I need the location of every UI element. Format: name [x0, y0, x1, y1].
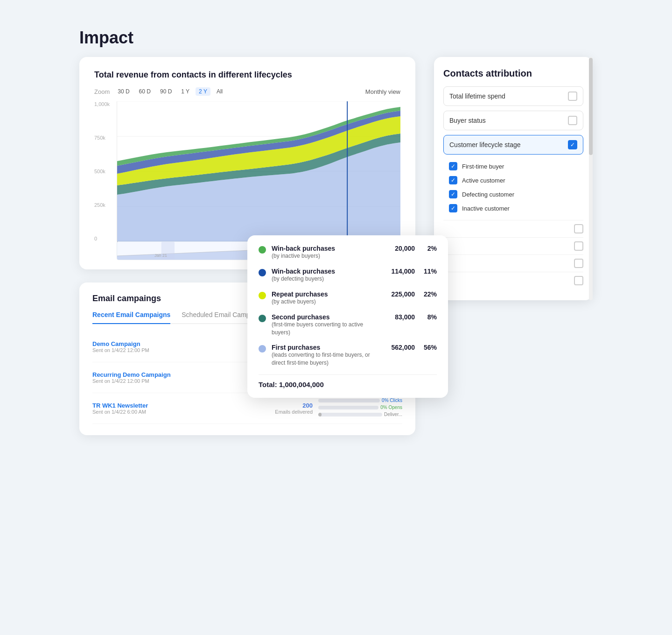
campaign-info-2: TR WK1 Newsletter Sent on 1/4/22 6:00 AM: [92, 402, 269, 415]
bar-label-deliv-2: Deliver...: [384, 412, 402, 417]
y-label-750k: 750k: [94, 135, 115, 141]
breakdown-num-second: 83,000: [382, 313, 415, 321]
bar-row-clicks-2: 0% Clicks: [318, 398, 402, 403]
checkbox-inactive[interactable]: ✓: [449, 204, 457, 212]
chart-controls: Zoom 30 D 60 D 90 D 1 Y 2 Y All Monthly …: [94, 87, 400, 96]
bar-track-clicks-2: [318, 399, 380, 402]
zoom-2y[interactable]: 2 Y: [196, 87, 210, 96]
breakdown-num-repeat: 225,000: [382, 290, 415, 298]
zoom-all[interactable]: All: [213, 87, 226, 96]
breakdown-name-winback-inactive: Win-back purchases: [272, 245, 377, 252]
campaign-delivered-2: Emails delivered: [275, 409, 313, 415]
dot-first: [259, 345, 266, 353]
campaign-sent-1: Sent on 1/4/22 12:00 PM: [92, 378, 269, 384]
breakdown-pct-winback-inactive: 2%: [420, 245, 437, 252]
zoom-90d[interactable]: 90 D: [157, 87, 175, 96]
area-chart-svg: [117, 101, 400, 241]
chart-plot: [117, 101, 400, 241]
zoom-label: Zoom: [94, 88, 110, 95]
bar-label-opens-2: 0% Opens: [380, 405, 402, 410]
page-title: Impact: [79, 28, 593, 48]
breakdown-pct-second: 8%: [420, 313, 437, 321]
breakdown-sub-winback-defecting: (by defecting buyers): [272, 275, 377, 283]
bar-track-deliv-2: [318, 413, 382, 416]
extra-checkbox-4: [443, 272, 583, 289]
y-label-250k: 250k: [94, 202, 115, 208]
dot-winback-inactive: [259, 246, 266, 254]
campaign-name-1[interactable]: Recurring Demo Campaign: [92, 371, 269, 378]
bar-row-deliv-2: Deliver...: [318, 412, 402, 417]
extra-checkbox-3: [443, 254, 583, 272]
bar-track-opens-2: [318, 406, 378, 409]
checkbox-defecting[interactable]: ✓: [449, 190, 457, 198]
bar-fill-deliv-2: [318, 413, 322, 416]
breakdown-pct-first: 56%: [420, 344, 437, 351]
checkbox-total-spend[interactable]: [568, 92, 577, 101]
campaign-count-2: 200: [275, 402, 313, 409]
extra-check-2[interactable]: [574, 241, 583, 251]
attr-option-total-spend[interactable]: Total lifetime spend: [443, 86, 583, 106]
extra-checkbox-2: [443, 237, 583, 254]
sub-option-defecting[interactable]: ✓ Defecting customer: [447, 187, 583, 201]
breakdown-panel: Win-back purchases (by inactive buyers) …: [247, 235, 448, 398]
campaign-name-2[interactable]: TR WK1 Newsletter: [92, 402, 269, 409]
breakdown-num-winback-inactive: 20,000: [382, 245, 415, 252]
breakdown-row-second: Second purchases (first-time buyers conv…: [259, 313, 437, 337]
sub-label-defecting: Defecting customer: [462, 191, 514, 198]
breakdown-num-winback-defecting: 114,000: [382, 268, 415, 275]
campaign-stats-2: 200 Emails delivered: [275, 402, 313, 415]
dot-second: [259, 315, 266, 322]
extra-checkbox-1: [443, 220, 583, 237]
attribution-panel: Contacts attribution Total lifetime spen…: [434, 57, 593, 300]
breakdown-sub-repeat: (by active buyers): [272, 298, 377, 306]
zoom-60d[interactable]: 60 D: [136, 87, 154, 96]
campaign-name-0[interactable]: Demo Campaign: [92, 340, 269, 347]
extra-check-4[interactable]: [574, 276, 583, 285]
breakdown-sub-winback-inactive: (by inactive buyers): [272, 252, 377, 260]
y-label-1000k: 1,000k: [94, 101, 115, 107]
scrollbar[interactable]: [589, 57, 593, 300]
sub-option-inactive[interactable]: ✓ Inactive customer: [447, 201, 583, 215]
breakdown-name-repeat: Repeat purchases: [272, 290, 377, 298]
checkbox-active[interactable]: ✓: [449, 176, 457, 184]
campaigns-title: Email campaings: [92, 294, 161, 303]
breakdown-info-winback-inactive: Win-back purchases (by inactive buyers): [272, 245, 377, 260]
breakdown-info-repeat: Repeat purchases (by active buyers): [272, 290, 377, 306]
zoom-1y[interactable]: 1 Y: [178, 87, 193, 96]
attr-label-total-spend: Total lifetime spend: [449, 92, 505, 100]
checkbox-lifecycle[interactable]: ✓: [568, 140, 577, 149]
zoom-30d[interactable]: 30 D: [114, 87, 133, 96]
sub-option-active[interactable]: ✓ Active customer: [447, 173, 583, 187]
attr-option-lifecycle[interactable]: Customer lifecycle stage ✓: [443, 135, 583, 155]
extra-check-3[interactable]: [574, 259, 583, 268]
breakdown-pct-repeat: 22%: [420, 290, 437, 298]
campaign-info-1: Recurring Demo Campaign Sent on 1/4/22 1…: [92, 371, 269, 384]
campaign-info-0: Demo Campaign Sent on 1/4/22 12:00 PM: [92, 340, 269, 353]
checkbox-first-time[interactable]: ✓: [449, 162, 457, 170]
dot-repeat: [259, 292, 266, 299]
attr-option-buyer-status[interactable]: Buyer status: [443, 111, 583, 130]
attr-label-buyer-status: Buyer status: [449, 117, 486, 124]
attr-label-lifecycle: Customer lifecycle stage: [449, 141, 521, 148]
tab-recent[interactable]: Recent Email Campaigns: [92, 311, 170, 324]
sub-option-first-time[interactable]: ✓ First-time buyer: [447, 159, 583, 173]
breakdown-row-winback-inactive: Win-back purchases (by inactive buyers) …: [259, 245, 437, 260]
checkbox-buyer-status[interactable]: [568, 116, 577, 125]
campaign-sent-2: Sent on 1/4/22 6:00 AM: [92, 409, 269, 415]
sub-options-list: ✓ First-time buyer ✓ Active customer ✓ D…: [443, 159, 583, 215]
scrollbar-thumb: [589, 58, 593, 155]
bar-label-clicks-2: 0% Clicks: [382, 398, 402, 403]
breakdown-pct-winback-defecting: 11%: [420, 268, 437, 275]
sub-label-inactive: Inactive customer: [462, 205, 510, 212]
breakdown-info-second: Second purchases (first-time buyers conv…: [272, 313, 377, 337]
campaign-bars-2: 0% Clicks 0% Opens Deliver...: [318, 398, 402, 419]
attribution-title: Contacts attribution: [443, 68, 583, 79]
dot-winback-defecting: [259, 269, 266, 276]
breakdown-sub-first: (leads converting to first-time buyers, …: [272, 351, 377, 367]
breakdown-info-first: First purchases (leads converting to fir…: [272, 344, 377, 367]
sub-label-first-time: First-time buyer: [462, 163, 504, 170]
breakdown-sub-second: (first-time buyers converting to active …: [272, 321, 377, 337]
breakdown-row-repeat: Repeat purchases (by active buyers) 225,…: [259, 290, 437, 306]
breakdown-name-winback-defecting: Win-back purchases: [272, 268, 377, 275]
extra-check-1[interactable]: [574, 224, 583, 233]
